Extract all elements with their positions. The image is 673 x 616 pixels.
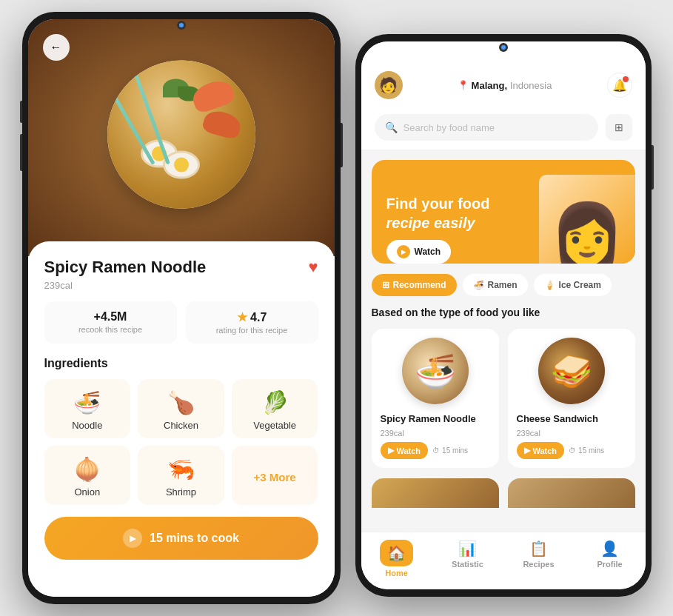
location-info: 📍 Malang, Indonesia [410,80,600,91]
bottom-cards-peek [372,478,635,508]
rating-label: rating for this recipe [195,326,309,335]
ramen-card-name: Spicy Ramen Noodle [381,413,490,424]
banner-play-icon: ▶ [397,245,410,258]
bottom-nav: 🏠 Home 📊 Statistic 📋 Recipes 👤 Pr [361,532,646,589]
sandwich-time-icon: ⏱ [569,446,576,455]
ramen-time-value: 15 mins [442,446,468,455]
onion-name: Onion [74,486,100,498]
play-icon: ▶ [123,529,142,548]
right-phone: 🧑 📍 Malang, Indonesia 🔔 🔍 Se [355,34,652,597]
ramen-card-actions: ▶ Watch ⏱ 15 mins [381,442,490,459]
food-cards-row: 🍜 Spicy Ramen Noodle 239cal ▶ Watch ⏱ [372,329,635,468]
cook-button[interactable]: ▶ 15 mins to cook [44,517,318,560]
location-country: Indonesia [510,80,552,91]
banner-title: Find your food recipe easily [386,194,539,232]
section-title: Based on the type of food you like [372,307,635,318]
vegetable-name: Vegetable [253,420,296,431]
rating-value: ★ 4.7 [195,310,309,324]
noodle-emoji: 🍜 [73,389,101,415]
recipes-label: Recipes [523,560,554,569]
avatar[interactable]: 🧑 [375,71,403,99]
star-icon: ★ [237,311,247,324]
ingredient-more[interactable]: +3 More [232,446,318,505]
recook-stat-card: +4.5M recook this recipe [44,301,177,344]
peek-card-1 [372,478,499,508]
ramen-watch-label: Watch [397,446,421,455]
nav-recipes[interactable]: 📋 Recipes [503,540,575,578]
statistic-icon: 📊 [458,540,477,558]
recipe-title-row: Spicy Ramen Noodle ♥ [44,258,318,277]
sandwich-bowl-image: 🥪 [538,338,605,404]
food-image-area: ← [28,19,335,256]
food-image-bg [28,19,335,256]
bowl-food [107,61,255,209]
search-input-wrap[interactable]: 🔍 Search by food name [375,114,598,141]
egg-2 [163,151,200,179]
category-recommend[interactable]: ⊞ Recommend [372,274,457,296]
home-icon: 🏠 [387,545,406,561]
banner-watch-button[interactable]: ▶ Watch [386,240,452,264]
recook-value: +4.5M [53,310,168,324]
category-icecream[interactable]: 🍦 Ice Cream [534,274,612,296]
filter-button[interactable]: ⊞ [606,114,632,141]
right-screen: 🧑 📍 Malang, Indonesia 🔔 🔍 Se [361,41,646,589]
category-ramen[interactable]: 🍜 Ramen [463,274,528,296]
recook-label: recook this recipe [53,325,168,334]
sandwich-watch-label: Watch [533,446,558,455]
banner-watch-label: Watch [415,247,441,257]
ramen-time: ⏱ 15 mins [432,446,468,455]
ramen-watch-button[interactable]: ▶ Watch [381,442,429,459]
sandwich-time-value: 15 mins [578,446,604,455]
back-button[interactable]: ← [43,34,70,61]
ingredient-chicken: 🍗 Chicken [138,379,224,438]
left-notch [177,21,186,30]
right-notch [499,43,508,52]
sandwich-card-name: Cheese Sandwich [517,413,626,424]
power-button [341,123,343,167]
left-screen: ← Spicy Ramen Noodle ♥ 239cal +4.5M reco… [28,19,335,597]
food-card-ramen: 🍜 Spicy Ramen Noodle 239cal ▶ Watch ⏱ [372,329,499,468]
onion-emoji: 🧅 [73,456,101,482]
recipe-title: Spicy Ramen Noodle [44,258,207,277]
location-pin-icon: 📍 [458,80,469,90]
sandwich-watch-button[interactable]: ▶ Watch [517,442,565,459]
detail-area: Spicy Ramen Noodle ♥ 239cal +4.5M recook… [28,241,335,597]
ingredient-onion: 🧅 Onion [44,446,131,505]
ingredient-vegetable: 🥬 Vegetable [232,379,318,438]
volume-up-button [20,101,22,123]
location-city: Malang, [472,80,507,91]
recipes-icon: 📋 [529,540,548,558]
recommend-icon: ⊞ [382,280,389,290]
shrimp-emoji: 🦐 [167,456,195,482]
shrimp-name: Shrimp [166,486,196,498]
nav-home[interactable]: 🏠 Home [361,540,432,578]
ramen-play-icon: ▶ [388,446,394,455]
food-card-sandwich: 🥪 Cheese Sandwich 239cal ▶ Watch ⏱ [508,329,635,468]
profile-label: Profile [597,560,622,569]
banner-person-illustration: 👩 [550,204,624,264]
volume-down-button [20,134,22,171]
shrimp-2 [201,108,243,141]
profile-icon: 👤 [600,540,619,558]
icecream-icon: 🍦 [544,280,555,290]
rating-stat-card: ★ 4.7 rating for this recipe [186,301,318,344]
nav-profile[interactable]: 👤 Profile [575,540,646,578]
banner-text: Find your food recipe easily ▶ Watch [386,194,539,264]
bowl-circle [107,61,255,209]
ramen-bowl-image: 🍜 [402,338,469,404]
nav-statistic[interactable]: 📊 Statistic [432,540,503,578]
ramen-icon: 🍜 [473,280,484,290]
cook-label: 15 mins to cook [150,532,239,545]
main-scroll: Find your food recipe easily ▶ Watch 👩 [361,150,646,532]
left-phone: ← Spicy Ramen Noodle ♥ 239cal +4.5M reco… [22,12,341,604]
ingredient-noodle: 🍜 Noodle [44,379,131,438]
notification-bell[interactable]: 🔔 [607,73,632,98]
right-power-button [652,145,654,190]
ramen-card-cal: 239cal [381,429,490,438]
recipe-calories: 239cal [44,280,318,291]
heart-icon[interactable]: ♥ [308,258,318,277]
banner-image: 👩 [539,175,635,264]
egg-yolk-2 [174,158,189,173]
ingredients-title: Ingredients [44,357,318,370]
sandwich-card-cal: 239cal [517,429,626,438]
